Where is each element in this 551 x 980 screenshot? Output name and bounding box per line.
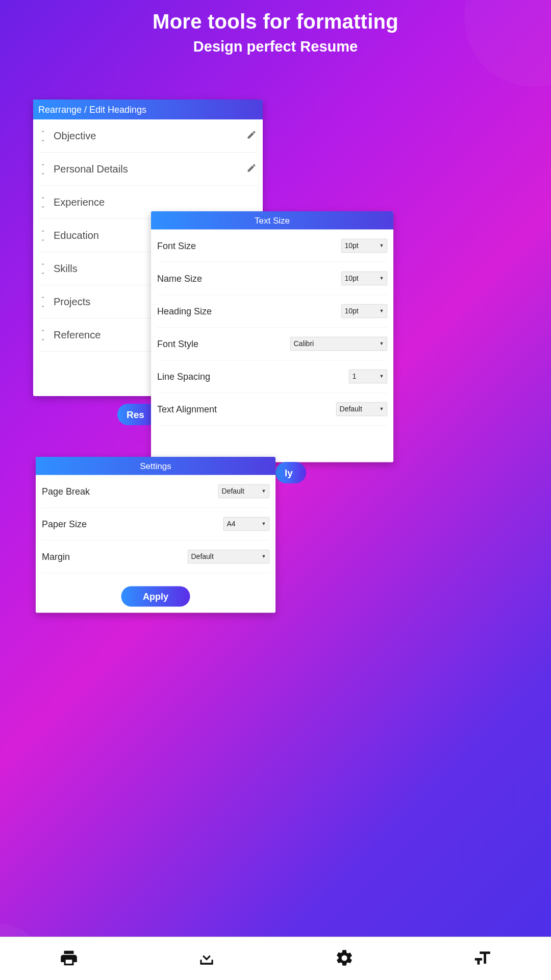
heading-label: Education	[54, 230, 99, 241]
reset-button-label: Res	[127, 409, 144, 420]
option-row: Font Size10pt▼	[157, 230, 387, 262]
drag-handle-icon[interactable]	[39, 229, 46, 242]
bottombar-textsize[interactable]	[413, 937, 551, 980]
option-label: Margin	[42, 551, 70, 562]
option-label: Text Alignment	[157, 404, 217, 414]
bottom-bar	[0, 937, 551, 980]
select-value: Default	[191, 552, 214, 560]
option-label: Font Style	[157, 338, 198, 349]
chevron-down-icon: ▼	[380, 374, 384, 379]
chevron-down-icon: ▼	[380, 276, 384, 281]
textsize-apply-label: ly	[285, 467, 293, 478]
heading-label: Experience	[54, 197, 105, 208]
heading-label: Personal Details	[54, 163, 128, 175]
option-row: Line Spacing1▼	[157, 360, 387, 393]
drag-handle-icon[interactable]	[39, 262, 46, 276]
hero: More tools for formatting Design perfect…	[0, 10, 551, 55]
select-value: 1	[353, 372, 357, 380]
select[interactable]: Default▼	[218, 484, 269, 498]
drag-handle-icon[interactable]	[39, 129, 46, 143]
select[interactable]: 10pt▼	[341, 272, 387, 285]
heading-row[interactable]: Personal Details	[39, 153, 257, 186]
hero-title: More tools for formatting	[0, 10, 551, 33]
chevron-down-icon: ▼	[262, 488, 266, 494]
textsize-options: Font Size10pt▼Name Size10pt▼Heading Size…	[151, 230, 393, 462]
gear-icon	[335, 948, 354, 969]
option-label: Heading Size	[157, 306, 212, 316]
select[interactable]: 10pt▼	[341, 239, 387, 253]
option-row: Name Size10pt▼	[157, 262, 387, 295]
select[interactable]: A4▼	[223, 517, 269, 531]
select-value: 10pt	[345, 241, 359, 250]
option-row: MarginDefault▼	[42, 541, 269, 573]
option-label: Line Spacing	[157, 371, 210, 382]
select-value: A4	[227, 520, 236, 528]
option-row: Text AlignmentDefault▼	[157, 393, 387, 426]
bottombar-download[interactable]	[138, 937, 276, 980]
option-row: Paper SizeA4▼	[42, 508, 269, 541]
chevron-down-icon: ▼	[380, 406, 384, 412]
option-label: Paper Size	[42, 519, 87, 529]
drag-handle-icon[interactable]	[39, 162, 46, 176]
option-row: Font StyleCalibri▼	[157, 328, 387, 360]
hero-subtitle: Design perfect Resume	[0, 38, 551, 55]
chevron-down-icon: ▼	[380, 243, 384, 249]
select[interactable]: Default▼	[336, 402, 387, 416]
textsize-apply-button[interactable]: ly	[276, 462, 306, 483]
heading-label: Objective	[54, 130, 96, 142]
textsize-icon	[472, 948, 492, 969]
option-row: Heading Size10pt▼	[157, 295, 387, 328]
select-value: 10pt	[345, 274, 359, 282]
select[interactable]: Default▼	[188, 550, 269, 564]
heading-label: Skills	[54, 263, 78, 275]
select-value: Calibri	[294, 339, 314, 348]
select[interactable]: 10pt▼	[341, 304, 387, 318]
settings-header: Settings	[36, 457, 276, 475]
option-label: Name Size	[157, 273, 202, 284]
download-icon	[197, 948, 216, 969]
select[interactable]: 1▼	[349, 370, 387, 383]
drag-handle-icon[interactable]	[39, 195, 46, 209]
bottombar-print[interactable]	[0, 937, 138, 980]
option-label: Page Break	[42, 486, 90, 497]
chevron-down-icon: ▼	[380, 341, 384, 347]
select-value: Default	[340, 405, 362, 413]
chevron-down-icon: ▼	[262, 521, 266, 527]
select-value: 10pt	[345, 307, 359, 315]
select-value: Default	[222, 487, 244, 495]
print-icon	[59, 948, 79, 969]
option-row: Page BreakDefault▼	[42, 475, 269, 508]
edit-icon[interactable]	[246, 130, 257, 142]
settings-apply-label: Apply	[143, 591, 168, 602]
heading-row[interactable]: Objective	[39, 119, 257, 153]
chevron-down-icon: ▼	[380, 308, 384, 314]
textsize-header: Text Size	[151, 211, 393, 230]
bottombar-settings[interactable]	[276, 937, 413, 980]
select[interactable]: Calibri▼	[290, 337, 387, 351]
heading-label: Reference	[54, 329, 101, 341]
drag-handle-icon[interactable]	[39, 295, 46, 309]
chevron-down-icon: ▼	[262, 554, 266, 559]
edit-icon[interactable]	[246, 163, 257, 176]
settings-apply-button[interactable]: Apply	[121, 586, 190, 607]
rearrange-header: Rearrange / Edit Headings	[33, 100, 263, 119]
settings-options: Page BreakDefault▼Paper SizeA4▼MarginDef…	[36, 475, 276, 579]
drag-handle-icon[interactable]	[39, 328, 46, 342]
option-label: Font Size	[157, 240, 196, 251]
heading-label: Projects	[54, 296, 90, 308]
textsize-card: Text Size Font Size10pt▼Name Size10pt▼He…	[151, 211, 393, 462]
settings-card: Settings Page BreakDefault▼Paper SizeA4▼…	[36, 457, 276, 613]
